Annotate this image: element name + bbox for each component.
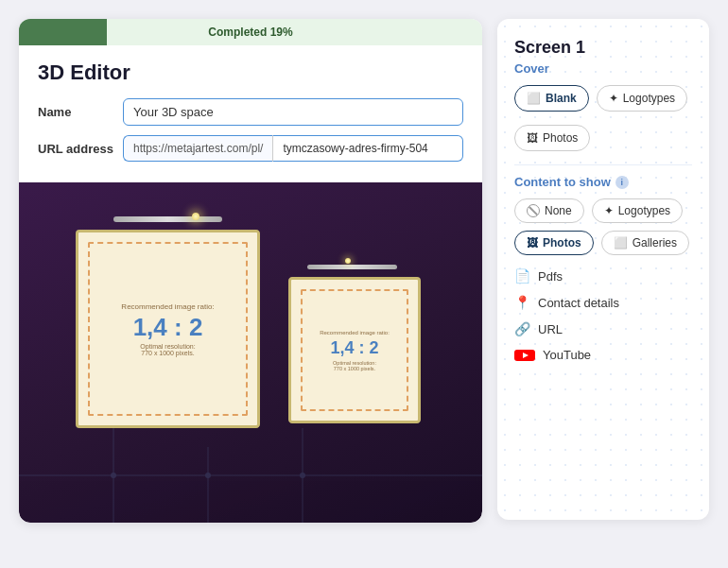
rod-left [113, 216, 222, 222]
no-icon [527, 204, 540, 217]
screen-title: Screen 1 [514, 38, 692, 58]
name-input[interactable] [123, 98, 463, 126]
frame-ratio-right: 1,4 : 2 [330, 339, 378, 356]
preview-area: Recommended image ratio: 1,4 : 2 Optimal… [19, 182, 482, 523]
content-photos-button[interactable]: 🖼 Photos [514, 231, 594, 255]
none-label: None [545, 204, 572, 217]
progress-label: Completed [208, 26, 269, 39]
right-content: Screen 1 Cover ⬜ Blank ✦ Logotypes 🖼 Pho… [514, 38, 692, 368]
url-slug-input[interactable] [272, 135, 463, 162]
progress-bar-fill [19, 19, 107, 45]
contact-label: Contact details [538, 296, 619, 310]
svg-marker-7 [523, 353, 529, 358]
galleries-label: Galleries [633, 236, 677, 250]
content-galleries-button[interactable]: ⬜ Galleries [601, 231, 689, 255]
svg-point-6 [300, 473, 305, 478]
youtube-play-icon [520, 352, 529, 359]
divider-1 [514, 164, 692, 165]
photos-icon: 🖼 [527, 236, 538, 250]
photos-label: Photos [543, 131, 578, 145]
frame-left: Recommended image ratio: 1,4 : 2 Optimal… [76, 230, 260, 428]
cover-logotypes-button[interactable]: ✦ Logotypes [597, 85, 687, 112]
content-label: Content to show [514, 175, 611, 189]
blank-label: Blank [546, 92, 577, 105]
file-icon: 📄 [514, 268, 530, 284]
content-none-button[interactable]: None [514, 198, 584, 223]
youtube-label: YouTube [543, 348, 591, 362]
svg-point-5 [205, 473, 211, 478]
main-container: Completed 19% 3D Editor Name URL address… [0, 0, 728, 568]
logotypes-label2: Logotypes [618, 204, 670, 217]
content-second-row: 🖼 Photos ⬜ Galleries [514, 231, 692, 255]
rod-right [307, 265, 397, 269]
light-right [345, 258, 351, 264]
contact-item[interactable]: 📍 Contact details [514, 289, 692, 316]
cover-btn-group: ⬜ Blank ✦ Logotypes [514, 85, 692, 112]
editor-title: 3D Editor [38, 60, 463, 85]
logotypes-icon: ✦ [604, 204, 614, 217]
progress-bar-container: Completed 19% [19, 19, 482, 45]
image-icon: 🖼 [527, 131, 538, 145]
frame-icon: ⬜ [527, 92, 541, 105]
frame-right: Recommended image ratio: 1,4 : 2 Optimal… [288, 277, 421, 423]
frame-ratio-left: 1,4 : 2 [133, 315, 203, 339]
url-row-inputs: https://metajartest.com/pl/ [123, 135, 463, 162]
cover-photos-group: 🖼 Photos [514, 125, 692, 151]
left-panel: Completed 19% 3D Editor Name URL address… [19, 19, 482, 523]
editor-header: 3D Editor Name URL address https://metaj… [19, 45, 482, 182]
frame-label-bottom-left: Optimal resolution:770 x 1000 pixels. [140, 343, 195, 356]
frame-right-inner: Recommended image ratio: 1,4 : 2 Optimal… [301, 289, 408, 411]
frame-label-bottom-right: Optimal resolution:770 x 1000 pixels. [333, 360, 376, 371]
name-label: Name [38, 105, 113, 119]
pdfs-item[interactable]: 📄 Pdfs [514, 263, 692, 289]
right-panel: Screen 1 Cover ⬜ Blank ✦ Logotypes 🖼 Pho… [497, 19, 709, 520]
photos-label2: Photos [543, 236, 581, 250]
youtube-item[interactable]: YouTube [514, 342, 692, 368]
progress-value: 19% [270, 26, 293, 39]
star-icon: ✦ [609, 92, 618, 105]
frame-left-inner: Recommended image ratio: 1,4 : 2 Optimal… [88, 242, 248, 416]
url-base: https://metajartest.com/pl/ [123, 135, 272, 162]
url-label: URL address [38, 142, 113, 156]
content-top-row: None ✦ Logotypes [514, 198, 692, 223]
url-label2: URL [538, 322, 563, 336]
cover-blank-button[interactable]: ⬜ Blank [514, 85, 589, 112]
url-row: URL address https://metajartest.com/pl/ [38, 135, 463, 162]
youtube-icon [514, 350, 535, 361]
info-icon: i [615, 176, 629, 189]
circuit-overlay [19, 428, 482, 523]
content-logotypes-button[interactable]: ✦ Logotypes [592, 198, 683, 223]
url-item[interactable]: 🔗 URL [514, 316, 692, 342]
svg-point-4 [111, 473, 116, 478]
name-row: Name [38, 98, 463, 126]
progress-text: Completed 19% [208, 26, 292, 39]
frame-label-top-left: Recommended image ratio: [121, 302, 214, 311]
pin-icon: 📍 [514, 295, 530, 310]
pdfs-label: Pdfs [538, 269, 563, 284]
content-label-row: Content to show i [514, 175, 692, 189]
light-left [192, 213, 199, 220]
cover-photos-button[interactable]: 🖼 Photos [514, 125, 590, 151]
logotypes-label: Logotypes [623, 92, 675, 105]
frame-label-top-right: Recommended image ratio: [320, 330, 390, 336]
link-icon: 🔗 [514, 321, 530, 336]
galleries-icon: ⬜ [614, 236, 628, 250]
cover-label: Cover [514, 61, 692, 76]
